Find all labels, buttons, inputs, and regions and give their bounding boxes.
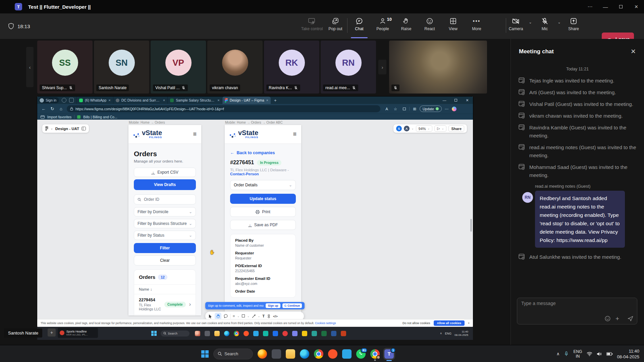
browser-close-icon[interactable]: × (462, 98, 473, 103)
cookie-close-icon[interactable]: × (468, 321, 470, 325)
order-row[interactable]: 2279451TL Flex Holdings LLC Complete › (134, 314, 196, 315)
components-icon[interactable] (267, 314, 271, 318)
pop-out-button[interactable]: Pop out (324, 13, 347, 39)
react-button[interactable]: React (418, 13, 441, 39)
chrome-icon[interactable] (314, 349, 323, 359)
print-button[interactable]: Print (230, 207, 296, 217)
signup-button[interactable]: Sign up (266, 303, 280, 308)
shared-taskbar-icons[interactable] (195, 331, 346, 336)
favorite-star-icon[interactable]: ☆ (392, 107, 399, 111)
zoom-level-select[interactable]: 94%⌄ (416, 125, 433, 132)
start-button[interactable] (201, 350, 209, 358)
close-icon[interactable]: × (629, 0, 644, 13)
shared-start-icon[interactable] (151, 331, 157, 336)
tray-mic-icon[interactable] (564, 351, 569, 357)
file-explorer-icon[interactable] (286, 349, 295, 359)
shared-system-tray[interactable]: ∧ ENG 11:40 08-04-2025 (440, 330, 468, 337)
chat-message-input[interactable] (521, 301, 633, 306)
participant-tile[interactable]: VP Vishal Patil ... (151, 41, 206, 94)
battery-icon[interactable] (606, 352, 613, 356)
save-as-pdf-button[interactable]: ↓Save as PDF (230, 220, 296, 230)
chat-input-box[interactable]: + (517, 298, 637, 324)
hamburger-menu-icon[interactable]: ≡ (293, 131, 297, 138)
filter-status-select[interactable]: Filter by Status⌄ (134, 231, 196, 240)
filter-button[interactable]: Filter (134, 243, 196, 253)
chevron-down-icon[interactable]: ⌄ (412, 127, 414, 130)
clear-button[interactable]: Clear (134, 255, 196, 265)
strip-scroll-right-button[interactable]: › (378, 60, 386, 74)
camera-button[interactable]: Camera (506, 13, 526, 39)
camera-options-chevron[interactable]: ⌄ (526, 13, 535, 39)
bookmark-link[interactable]: Bills | Billing and Co... (83, 115, 117, 119)
split-screen-icon[interactable] (400, 107, 408, 111)
order-row[interactable]: 2279454TL Flex Holdings LLC Complete › (134, 294, 196, 314)
pen-tool-icon[interactable] (252, 314, 256, 318)
update-status-button[interactable]: Update status (230, 194, 296, 204)
figma-doc-chip[interactable]: ⌄ Design - UAT (42, 124, 89, 133)
mic-options-chevron[interactable]: ⌄ (554, 13, 564, 39)
browser-tab-active[interactable]: Design - UAT – Figma× (222, 97, 271, 104)
strip-scroll-left-button[interactable]: ‹ (26, 47, 34, 87)
shared-search-box[interactable]: Search (161, 330, 190, 337)
tab-close-icon[interactable]: × (217, 98, 219, 102)
vertical-tabs-icon[interactable] (69, 98, 74, 103)
attach-plus-icon[interactable]: + (615, 315, 619, 322)
participant-tile[interactable]: vikram chavan (207, 41, 263, 94)
figma-share-button[interactable]: Share (448, 125, 464, 132)
more-button[interactable]: ••• More (465, 13, 488, 39)
volume-icon[interactable] (597, 352, 602, 356)
brave-icon[interactable] (328, 349, 337, 359)
whatsapp-icon[interactable]: 81 (356, 349, 366, 359)
new-tab-button[interactable]: + (274, 98, 277, 103)
copilot-icon[interactable] (452, 107, 457, 111)
window-more-icon[interactable]: ⋯ (582, 0, 598, 13)
collections-icon[interactable]: ⊞ (411, 107, 418, 111)
taskbar-clock[interactable]: 11:4008-04-2025 (617, 348, 640, 360)
news-widget[interactable]: Sports HeadlineKKR vs LSG, IPL... (58, 328, 98, 338)
address-bar[interactable]: https://www.figma.com/design/9BKQ0FOHRWa… (67, 105, 380, 112)
hamburger-menu-icon[interactable]: ≡ (193, 131, 197, 138)
participant-tile[interactable]: SS Shivani Sup... (37, 41, 93, 94)
chrome-profile-icon[interactable] (370, 349, 380, 359)
move-tool-icon[interactable] (209, 314, 212, 318)
send-icon[interactable] (627, 315, 634, 322)
people-button[interactable]: 10 People (371, 13, 394, 39)
home-icon[interactable]: ⌂ (57, 106, 65, 111)
browser-update-button[interactable]: Update (420, 106, 442, 112)
back-icon[interactable]: ← (39, 106, 48, 111)
order-details-select[interactable]: Order Details⌄ (230, 180, 296, 190)
dev-mode-icon[interactable]: </> (273, 314, 278, 318)
browser-menu-icon[interactable]: ⋯ (443, 107, 450, 111)
google-continue-button[interactable]: GContinue (282, 303, 302, 308)
participant-tile[interactable]: RK Ravindra K... (264, 41, 319, 94)
browser-tab[interactable]: Sample Salary Structure with calc× (167, 97, 222, 104)
contact-person-link[interactable]: Contact-Person (230, 172, 259, 176)
collaborator-avatar[interactable]: S (396, 126, 402, 131)
chat-close-icon[interactable]: ✕ (631, 48, 636, 55)
tab-close-icon[interactable]: × (266, 98, 268, 102)
participant-tile[interactable]: SN Santosh Narate (94, 41, 149, 94)
view-drafts-button[interactable]: View Drafts (134, 179, 196, 190)
minimize-icon[interactable]: — (598, 0, 613, 13)
taskbar-search-box[interactable]: Search (213, 349, 253, 359)
filter-business-structure-select[interactable]: Filter by Business Structure⌄ (134, 219, 196, 228)
maximize-icon[interactable] (613, 0, 629, 13)
comment-tool-icon[interactable] (224, 314, 228, 318)
canvas-scrollbar[interactable] (470, 219, 472, 232)
chat-button[interactable]: Chat (347, 13, 371, 39)
vscode-icon[interactable] (342, 349, 352, 359)
wifi-icon[interactable] (587, 352, 592, 356)
browser-maximize-icon[interactable] (450, 98, 462, 102)
tab-close-icon[interactable]: × (163, 98, 165, 102)
allow-cookies-button[interactable]: Allow all cookies (434, 320, 465, 326)
text-tool-icon[interactable]: T (262, 314, 265, 318)
tray-chevron-icon[interactable]: ∧ (556, 351, 560, 356)
browser-tab[interactable]: (6) WhatsApp× (76, 97, 113, 104)
order-detail-mockup-frame[interactable]: vStateFILINGS ≡ ← Back to companies #227… (225, 125, 301, 315)
emoji-icon[interactable] (604, 315, 611, 322)
browser-minimize-icon[interactable]: — (439, 98, 450, 102)
hand-tool-icon[interactable] (215, 313, 221, 319)
export-csv-button[interactable]: ↓Export CSV (134, 168, 196, 177)
shape-tool-icon[interactable] (242, 314, 245, 318)
workspaces-icon[interactable] (62, 98, 66, 103)
